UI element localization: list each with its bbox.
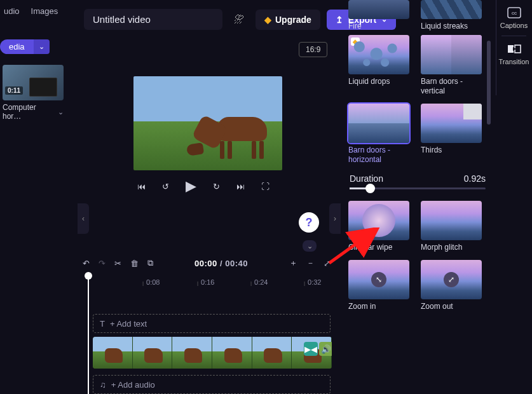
transition-card[interactable]: Barn doors - horizontal: [348, 104, 409, 165]
transition-thumb: [348, 0, 409, 19]
captions-tab[interactable]: cc Captions: [496, 0, 531, 36]
transition-label: Liquid drops: [348, 77, 409, 86]
redo-icon[interactable]: ↷: [99, 259, 106, 268]
transition-label: Barn doors - horizontal: [348, 146, 409, 165]
svg-text:cc: cc: [512, 10, 517, 16]
text-track[interactable]: T + Add text: [93, 314, 331, 333]
cloud-off-icon[interactable]: ⛈: [229, 10, 249, 29]
nav-audio[interactable]: udio: [4, 6, 20, 16]
transition-thumb: [421, 35, 482, 74]
upload-icon: ↥: [336, 15, 343, 25]
transition-card[interactable]: ◆ Liquid drops: [348, 35, 409, 96]
skip-start-icon[interactable]: ⏮: [137, 182, 146, 191]
fit-timeline-icon[interactable]: ⤢: [324, 259, 331, 268]
transition-indicator-icon[interactable]: ▶◀: [304, 342, 318, 356]
transition-tab[interactable]: Transition: [496, 36, 531, 72]
video-track-clip[interactable]: ▶◀ 🔊: [93, 337, 332, 369]
ruler-tick: 0:32: [304, 278, 322, 286]
duplicate-icon[interactable]: ⧉: [147, 258, 153, 268]
panel-collapse-handle[interactable]: ⌄: [303, 240, 317, 252]
transition-thumb: ◆: [348, 35, 409, 74]
transition-thumb: ⤢: [421, 260, 482, 299]
upgrade-button[interactable]: ◆ Upgrade: [256, 10, 320, 30]
transition-label: Barn doors - vertical: [421, 77, 482, 96]
transition-thumb: [348, 104, 409, 143]
chevron-down-icon[interactable]: ⌄: [58, 108, 64, 116]
premium-badge-icon: ◆: [351, 37, 360, 46]
panel-scrollbar[interactable]: [487, 41, 491, 125]
aspect-ratio-badge[interactable]: 16:9: [299, 42, 327, 57]
transition-thumb: [421, 104, 482, 143]
clip-audio-icon[interactable]: 🔊: [319, 342, 332, 356]
transitions-panel: Fire Liquid streaks ◆ Liquid drops Barn …: [344, 0, 491, 394]
media-filter[interactable]: edia: [0, 39, 34, 54]
media-clip[interactable]: 0:11 Computer hor… ⌄: [3, 65, 64, 121]
transition-thumb: [421, 0, 482, 19]
transition-card[interactable]: ⤢ Zoom out: [421, 260, 482, 311]
undo-icon[interactable]: ↶: [83, 259, 90, 268]
transition-label: Transition: [499, 58, 529, 65]
transition-card[interactable]: Thirds: [421, 104, 482, 165]
rewind-5-icon[interactable]: ↺: [162, 182, 169, 191]
transition-card[interactable]: Fire: [348, 0, 409, 31]
music-icon: ♫: [100, 380, 106, 390]
transition-thumb: [421, 201, 482, 240]
duration-value: 0.92s: [464, 173, 486, 184]
add-text-label: + Add text: [110, 319, 147, 329]
fullscreen-icon[interactable]: ⛶: [261, 182, 269, 191]
duration-label: Duration: [350, 173, 383, 184]
zoom-out-icon[interactable]: －: [306, 257, 315, 269]
transition-label: Circular wipe: [348, 243, 409, 252]
slider-thumb[interactable]: [365, 184, 375, 193]
transition-card[interactable]: Liquid streaks: [421, 0, 482, 31]
duration-slider[interactable]: [344, 187, 491, 189]
scissors-icon[interactable]: ✂: [114, 259, 121, 268]
help-button[interactable]: ?: [299, 212, 319, 233]
add-track-icon[interactable]: ＋: [289, 257, 297, 269]
media-filter-dropdown[interactable]: ⌄: [34, 39, 50, 54]
add-audio-label: + Add audio: [111, 380, 155, 390]
transition-label: Thirds: [421, 146, 482, 155]
playhead[interactable]: [88, 273, 89, 394]
zoom-in-icon: ⤡: [371, 272, 386, 287]
transition-label: Liquid streaks: [421, 22, 482, 31]
transition-card[interactable]: Circular wipe: [348, 201, 409, 252]
svg-rect-2: [508, 45, 514, 53]
diamond-icon: ◆: [264, 15, 271, 25]
project-title-input[interactable]: [84, 9, 222, 30]
text-icon: T: [100, 319, 105, 329]
transition-card[interactable]: Morph glitch: [421, 201, 482, 252]
video-preview[interactable]: [133, 76, 282, 170]
audio-track[interactable]: ♫ + Add audio: [93, 375, 331, 394]
transition-thumb: ⤡: [348, 260, 409, 299]
chevron-down-icon: ⌄: [39, 43, 44, 50]
ruler-tick: 0:16: [197, 278, 215, 286]
transition-label: Morph glitch: [421, 243, 482, 252]
skip-end-icon[interactable]: ⏭: [236, 182, 245, 191]
timeline-time: 00:00 / 00:40: [194, 259, 248, 268]
media-duration: 0:11: [5, 86, 23, 95]
nav-images[interactable]: Images: [31, 6, 58, 16]
timeline-ruler[interactable]: 0:08 0:16 0:24 0:32: [83, 276, 332, 290]
trash-icon[interactable]: 🗑: [130, 259, 139, 268]
play-button[interactable]: ▶: [186, 178, 196, 194]
transition-icon: [507, 43, 522, 55]
upgrade-label: Upgrade: [275, 15, 311, 25]
transition-label: Zoom out: [421, 302, 482, 311]
forward-5-icon[interactable]: ↻: [213, 182, 220, 191]
zoom-out-icon: ⤢: [444, 272, 459, 287]
transition-thumb: [348, 201, 409, 240]
transition-card[interactable]: ⤡ Zoom in: [348, 260, 409, 311]
transition-label: Zoom in: [348, 302, 409, 311]
ruler-tick: 0:08: [142, 278, 160, 286]
collapse-left-handle[interactable]: ‹: [78, 203, 89, 234]
captions-label: Captions: [500, 22, 528, 29]
collapse-right-handle[interactable]: ›: [329, 203, 341, 234]
ruler-tick: 0:24: [250, 278, 268, 286]
transition-card[interactable]: Barn doors - vertical: [421, 35, 482, 96]
media-thumbnail: 0:11: [3, 65, 64, 100]
captions-icon: cc: [507, 6, 522, 19]
transition-label: Fire: [348, 22, 409, 31]
media-name: Computer hor…: [3, 103, 55, 121]
